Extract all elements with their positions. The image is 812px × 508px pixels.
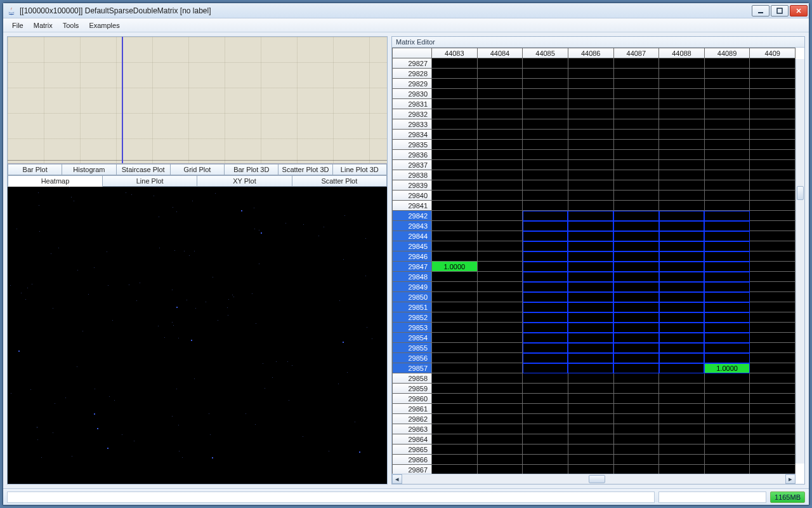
matrix-cell[interactable] — [432, 140, 478, 150]
matrix-cell[interactable] — [750, 302, 796, 312]
matrix-cell[interactable] — [477, 323, 523, 333]
matrix-cell[interactable] — [568, 109, 613, 119]
matrix-cell[interactable] — [432, 150, 478, 160]
matrix-cell[interactable] — [613, 343, 659, 353]
matrix-cell[interactable] — [750, 262, 796, 272]
row-header[interactable]: 29850 — [393, 292, 432, 302]
matrix-cell[interactable] — [659, 69, 705, 79]
row-header[interactable]: 29845 — [393, 241, 432, 251]
matrix-cell[interactable] — [613, 170, 659, 180]
matrix-cell[interactable] — [477, 333, 523, 343]
plot-preview[interactable] — [8, 37, 387, 164]
matrix-cell[interactable] — [523, 58, 568, 69]
matrix-cell[interactable] — [523, 384, 568, 394]
matrix-cell[interactable] — [568, 180, 613, 190]
matrix-cell[interactable] — [568, 130, 613, 140]
matrix-cell[interactable] — [523, 221, 568, 231]
matrix-cell[interactable] — [613, 444, 659, 455]
tab-scatter-plot-3d[interactable]: Scatter Plot 3D — [278, 164, 332, 175]
matrix-cell[interactable] — [659, 109, 705, 119]
col-header[interactable]: 44087 — [613, 48, 659, 58]
row-header[interactable]: 29835 — [393, 140, 432, 150]
row-header[interactable]: 29828 — [393, 69, 432, 79]
matrix-cell[interactable] — [523, 99, 568, 109]
matrix-cell[interactable] — [750, 79, 796, 89]
matrix-cell[interactable] — [477, 444, 523, 455]
matrix-cell[interactable] — [750, 444, 796, 455]
matrix-cell[interactable] — [432, 58, 478, 69]
row-header[interactable]: 29827 — [393, 58, 432, 69]
matrix-cell[interactable] — [659, 58, 705, 69]
matrix-cell[interactable] — [613, 465, 659, 474]
matrix-cell[interactable] — [432, 424, 478, 434]
matrix-cell[interactable] — [704, 292, 750, 302]
matrix-cell[interactable] — [523, 424, 568, 434]
matrix-cell[interactable] — [477, 211, 523, 221]
matrix-cell[interactable] — [659, 160, 705, 170]
tab-grid-plot[interactable]: Grid Plot — [171, 164, 225, 175]
matrix-cell[interactable] — [659, 150, 705, 160]
row-header[interactable]: 29848 — [393, 272, 432, 282]
row-header[interactable]: 29858 — [393, 373, 432, 384]
matrix-cell[interactable] — [477, 455, 523, 465]
matrix-cell[interactable] — [613, 373, 659, 384]
matrix-cell[interactable] — [704, 384, 750, 394]
matrix-cell[interactable] — [477, 353, 523, 363]
col-header[interactable]: 44083 — [432, 48, 478, 58]
matrix-cell[interactable] — [659, 302, 705, 312]
matrix-cell[interactable] — [659, 414, 705, 424]
matrix-cell[interactable] — [568, 384, 613, 394]
matrix-cell[interactable] — [704, 394, 750, 404]
matrix-cell[interactable] — [523, 292, 568, 302]
matrix-cell[interactable] — [568, 312, 613, 323]
matrix-cell[interactable] — [477, 312, 523, 323]
matrix-cell[interactable] — [477, 394, 523, 404]
matrix-cell[interactable] — [568, 373, 613, 384]
matrix-cell[interactable] — [477, 180, 523, 190]
matrix-cell[interactable] — [523, 333, 568, 343]
matrix-cell[interactable] — [704, 323, 750, 333]
matrix-cell[interactable] — [523, 140, 568, 150]
matrix-cell[interactable] — [750, 190, 796, 201]
row-header[interactable]: 29832 — [393, 109, 432, 119]
matrix-cell[interactable] — [432, 99, 478, 109]
matrix-cell[interactable] — [704, 89, 750, 99]
matrix-cell[interactable] — [477, 414, 523, 424]
matrix-cell[interactable] — [613, 302, 659, 312]
matrix-cell[interactable] — [659, 282, 705, 292]
matrix-cell[interactable] — [568, 404, 613, 414]
matrix-cell[interactable] — [659, 79, 705, 89]
matrix-cell[interactable] — [568, 201, 613, 211]
row-header[interactable]: 29865 — [393, 444, 432, 455]
matrix-cell[interactable] — [613, 211, 659, 221]
matrix-cell[interactable] — [750, 373, 796, 384]
matrix-cell[interactable] — [568, 262, 613, 272]
matrix-cell[interactable] — [432, 414, 478, 424]
matrix-cell[interactable] — [432, 404, 478, 414]
row-header[interactable]: 29852 — [393, 312, 432, 323]
matrix-cell[interactable] — [659, 201, 705, 211]
matrix-cell[interactable] — [750, 353, 796, 363]
matrix-cell[interactable] — [750, 343, 796, 353]
matrix-cell[interactable] — [523, 373, 568, 384]
matrix-cell[interactable] — [432, 455, 478, 465]
matrix-cell[interactable] — [704, 130, 750, 140]
matrix-cell[interactable] — [659, 455, 705, 465]
menu-file[interactable]: File — [7, 20, 29, 31]
menu-examples[interactable]: Examples — [84, 20, 124, 31]
matrix-cell[interactable] — [750, 89, 796, 99]
matrix-cell[interactable] — [477, 404, 523, 414]
matrix-cell[interactable]: 1.0000 — [704, 363, 750, 373]
tab-xy-plot[interactable]: XY Plot — [197, 175, 292, 187]
matrix-cell[interactable] — [659, 180, 705, 190]
matrix-cell[interactable] — [750, 170, 796, 180]
matrix-cell[interactable] — [568, 190, 613, 201]
matrix-cell[interactable] — [659, 190, 705, 201]
minimize-button[interactable] — [752, 5, 769, 17]
matrix-cell[interactable] — [704, 455, 750, 465]
matrix-cell[interactable] — [750, 150, 796, 160]
tab-line-plot-3d[interactable]: Line Plot 3D — [333, 164, 387, 175]
row-header[interactable]: 29866 — [393, 455, 432, 465]
matrix-cell[interactable] — [568, 140, 613, 150]
memory-indicator[interactable]: 1165MB — [770, 491, 805, 503]
